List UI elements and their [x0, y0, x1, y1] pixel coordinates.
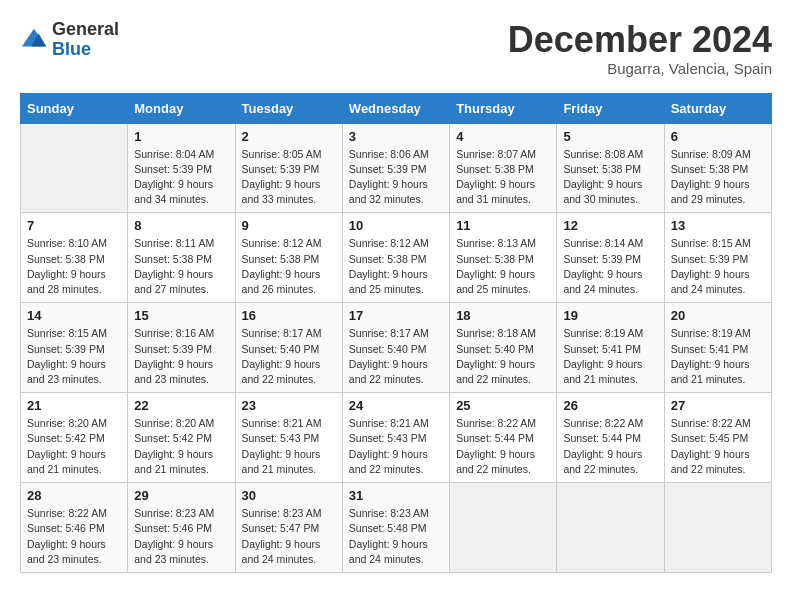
- day-number: 25: [456, 398, 550, 413]
- table-row: 10Sunrise: 8:12 AMSunset: 5:38 PMDayligh…: [342, 213, 449, 303]
- day-info: Sunrise: 8:17 AMSunset: 5:40 PMDaylight:…: [349, 326, 443, 387]
- table-row: 4Sunrise: 8:07 AMSunset: 5:38 PMDaylight…: [450, 123, 557, 213]
- calendar-header-row: Sunday Monday Tuesday Wednesday Thursday…: [21, 93, 772, 123]
- calendar-body: 1Sunrise: 8:04 AMSunset: 5:39 PMDaylight…: [21, 123, 772, 572]
- day-number: 15: [134, 308, 228, 323]
- table-row: 9Sunrise: 8:12 AMSunset: 5:38 PMDaylight…: [235, 213, 342, 303]
- day-number: 20: [671, 308, 765, 323]
- day-info: Sunrise: 8:21 AMSunset: 5:43 PMDaylight:…: [349, 416, 443, 477]
- day-number: 29: [134, 488, 228, 503]
- day-info: Sunrise: 8:23 AMSunset: 5:46 PMDaylight:…: [134, 506, 228, 567]
- col-wednesday: Wednesday: [342, 93, 449, 123]
- day-number: 5: [563, 129, 657, 144]
- table-row: 20Sunrise: 8:19 AMSunset: 5:41 PMDayligh…: [664, 303, 771, 393]
- col-saturday: Saturday: [664, 93, 771, 123]
- day-info: Sunrise: 8:07 AMSunset: 5:38 PMDaylight:…: [456, 147, 550, 208]
- day-info: Sunrise: 8:08 AMSunset: 5:38 PMDaylight:…: [563, 147, 657, 208]
- day-number: 6: [671, 129, 765, 144]
- table-row: 28Sunrise: 8:22 AMSunset: 5:46 PMDayligh…: [21, 483, 128, 573]
- page-header: General Blue December 2024 Bugarra, Vale…: [20, 20, 772, 77]
- day-number: 14: [27, 308, 121, 323]
- table-row: 11Sunrise: 8:13 AMSunset: 5:38 PMDayligh…: [450, 213, 557, 303]
- table-row: 26Sunrise: 8:22 AMSunset: 5:44 PMDayligh…: [557, 393, 664, 483]
- day-info: Sunrise: 8:12 AMSunset: 5:38 PMDaylight:…: [242, 236, 336, 297]
- table-row: 19Sunrise: 8:19 AMSunset: 5:41 PMDayligh…: [557, 303, 664, 393]
- day-info: Sunrise: 8:21 AMSunset: 5:43 PMDaylight:…: [242, 416, 336, 477]
- day-info: Sunrise: 8:15 AMSunset: 5:39 PMDaylight:…: [671, 236, 765, 297]
- col-monday: Monday: [128, 93, 235, 123]
- day-number: 9: [242, 218, 336, 233]
- day-number: 28: [27, 488, 121, 503]
- calendar-week-row: 14Sunrise: 8:15 AMSunset: 5:39 PMDayligh…: [21, 303, 772, 393]
- table-row: 17Sunrise: 8:17 AMSunset: 5:40 PMDayligh…: [342, 303, 449, 393]
- day-number: 18: [456, 308, 550, 323]
- day-info: Sunrise: 8:20 AMSunset: 5:42 PMDaylight:…: [27, 416, 121, 477]
- day-number: 22: [134, 398, 228, 413]
- day-number: 13: [671, 218, 765, 233]
- day-info: Sunrise: 8:13 AMSunset: 5:38 PMDaylight:…: [456, 236, 550, 297]
- day-info: Sunrise: 8:23 AMSunset: 5:48 PMDaylight:…: [349, 506, 443, 567]
- col-thursday: Thursday: [450, 93, 557, 123]
- day-info: Sunrise: 8:04 AMSunset: 5:39 PMDaylight:…: [134, 147, 228, 208]
- table-row: [450, 483, 557, 573]
- table-row: 1Sunrise: 8:04 AMSunset: 5:39 PMDaylight…: [128, 123, 235, 213]
- day-info: Sunrise: 8:19 AMSunset: 5:41 PMDaylight:…: [671, 326, 765, 387]
- col-friday: Friday: [557, 93, 664, 123]
- logo: General Blue: [20, 20, 119, 60]
- day-info: Sunrise: 8:09 AMSunset: 5:38 PMDaylight:…: [671, 147, 765, 208]
- day-number: 7: [27, 218, 121, 233]
- location: Bugarra, Valencia, Spain: [508, 60, 772, 77]
- day-number: 31: [349, 488, 443, 503]
- day-info: Sunrise: 8:20 AMSunset: 5:42 PMDaylight:…: [134, 416, 228, 477]
- day-number: 30: [242, 488, 336, 503]
- day-info: Sunrise: 8:15 AMSunset: 5:39 PMDaylight:…: [27, 326, 121, 387]
- calendar-table: Sunday Monday Tuesday Wednesday Thursday…: [20, 93, 772, 573]
- table-row: 27Sunrise: 8:22 AMSunset: 5:45 PMDayligh…: [664, 393, 771, 483]
- day-number: 8: [134, 218, 228, 233]
- day-number: 16: [242, 308, 336, 323]
- day-number: 3: [349, 129, 443, 144]
- day-number: 27: [671, 398, 765, 413]
- logo-icon: [20, 26, 48, 54]
- day-number: 26: [563, 398, 657, 413]
- day-number: 4: [456, 129, 550, 144]
- table-row: 7Sunrise: 8:10 AMSunset: 5:38 PMDaylight…: [21, 213, 128, 303]
- table-row: 21Sunrise: 8:20 AMSunset: 5:42 PMDayligh…: [21, 393, 128, 483]
- day-info: Sunrise: 8:11 AMSunset: 5:38 PMDaylight:…: [134, 236, 228, 297]
- table-row: 5Sunrise: 8:08 AMSunset: 5:38 PMDaylight…: [557, 123, 664, 213]
- day-info: Sunrise: 8:18 AMSunset: 5:40 PMDaylight:…: [456, 326, 550, 387]
- table-row: [664, 483, 771, 573]
- day-number: 19: [563, 308, 657, 323]
- day-info: Sunrise: 8:19 AMSunset: 5:41 PMDaylight:…: [563, 326, 657, 387]
- day-info: Sunrise: 8:12 AMSunset: 5:38 PMDaylight:…: [349, 236, 443, 297]
- day-number: 2: [242, 129, 336, 144]
- day-info: Sunrise: 8:05 AMSunset: 5:39 PMDaylight:…: [242, 147, 336, 208]
- calendar-week-row: 21Sunrise: 8:20 AMSunset: 5:42 PMDayligh…: [21, 393, 772, 483]
- day-number: 23: [242, 398, 336, 413]
- day-number: 11: [456, 218, 550, 233]
- table-row: 18Sunrise: 8:18 AMSunset: 5:40 PMDayligh…: [450, 303, 557, 393]
- table-row: 31Sunrise: 8:23 AMSunset: 5:48 PMDayligh…: [342, 483, 449, 573]
- day-info: Sunrise: 8:16 AMSunset: 5:39 PMDaylight:…: [134, 326, 228, 387]
- logo-general: General: [52, 20, 119, 40]
- table-row: 6Sunrise: 8:09 AMSunset: 5:38 PMDaylight…: [664, 123, 771, 213]
- calendar-week-row: 1Sunrise: 8:04 AMSunset: 5:39 PMDaylight…: [21, 123, 772, 213]
- day-number: 24: [349, 398, 443, 413]
- table-row: 8Sunrise: 8:11 AMSunset: 5:38 PMDaylight…: [128, 213, 235, 303]
- day-info: Sunrise: 8:14 AMSunset: 5:39 PMDaylight:…: [563, 236, 657, 297]
- table-row: 2Sunrise: 8:05 AMSunset: 5:39 PMDaylight…: [235, 123, 342, 213]
- table-row: 22Sunrise: 8:20 AMSunset: 5:42 PMDayligh…: [128, 393, 235, 483]
- day-number: 1: [134, 129, 228, 144]
- calendar-week-row: 7Sunrise: 8:10 AMSunset: 5:38 PMDaylight…: [21, 213, 772, 303]
- day-number: 17: [349, 308, 443, 323]
- col-sunday: Sunday: [21, 93, 128, 123]
- day-info: Sunrise: 8:10 AMSunset: 5:38 PMDaylight:…: [27, 236, 121, 297]
- day-info: Sunrise: 8:23 AMSunset: 5:47 PMDaylight:…: [242, 506, 336, 567]
- day-info: Sunrise: 8:22 AMSunset: 5:44 PMDaylight:…: [563, 416, 657, 477]
- table-row: 15Sunrise: 8:16 AMSunset: 5:39 PMDayligh…: [128, 303, 235, 393]
- logo-text: General Blue: [52, 20, 119, 60]
- day-info: Sunrise: 8:22 AMSunset: 5:46 PMDaylight:…: [27, 506, 121, 567]
- table-row: 3Sunrise: 8:06 AMSunset: 5:39 PMDaylight…: [342, 123, 449, 213]
- table-row: [557, 483, 664, 573]
- month-title: December 2024: [508, 20, 772, 60]
